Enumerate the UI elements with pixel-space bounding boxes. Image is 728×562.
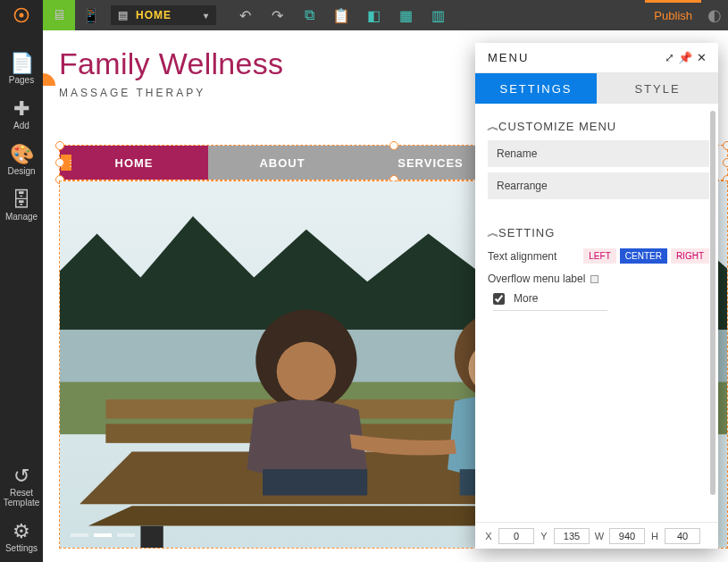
selection-handle[interactable] (723, 141, 728, 150)
rail-reset-template[interactable]: ↺ Reset Template (0, 461, 43, 516)
section-customize-menu[interactable]: ︽ CUSTOMIZE MENU (488, 120, 709, 133)
svg-rect-11 (263, 469, 367, 495)
rail-label: Pages (9, 75, 34, 85)
canvas: Family Wellness MASSAGE THERAPY ⋮⋮ HOME … (43, 30, 728, 562)
selection-handle[interactable] (723, 158, 728, 167)
left-rail: 📄 Pages ✚ Add 🎨 Design 🗄 Manage ↺ Reset … (0, 0, 43, 562)
slide-dot[interactable] (94, 533, 112, 537)
nav-item-home[interactable]: HOME (60, 146, 208, 180)
edit-label-icon[interactable] (590, 275, 598, 283)
preview-button[interactable]: ◐ (701, 5, 728, 25)
rail-label: Add (13, 121, 29, 130)
undo-icon: ↶ (239, 7, 251, 24)
rail-design[interactable]: 🎨 Design (0, 139, 43, 185)
rail-manage[interactable]: 🗄 Manage (0, 185, 43, 231)
selection-handle[interactable] (389, 141, 398, 150)
rearrange-button[interactable]: Rearrange (488, 172, 709, 199)
panel-body: ︽ CUSTOMIZE MENU Rename Rearrange ︽ SETT… (475, 104, 718, 522)
panel-tabs: SETTINGS STYLE (475, 73, 718, 104)
panel-header[interactable]: MENU ⤢ 📌 ✕ (475, 43, 718, 73)
coord-h-label: H (649, 531, 661, 541)
guide-marker (43, 73, 55, 86)
rail-label: Manage (5, 212, 38, 222)
svg-rect-7 (140, 526, 163, 548)
slideshow-dots (71, 533, 135, 537)
grid-button[interactable]: ▦ (389, 0, 422, 30)
text-alignment-row: Text alignment LEFT CENTER RIGHT (488, 248, 709, 264)
panel-coordinates: X 0 Y 135 W 940 H 40 (475, 522, 718, 549)
device-desktop-button[interactable]: 🖥 (43, 0, 75, 30)
rail-add[interactable]: ✚ Add (0, 94, 43, 139)
layout-button[interactable]: ◧ (357, 0, 389, 30)
coord-x-field[interactable]: 0 (498, 528, 534, 544)
slide-dot[interactable] (71, 533, 88, 537)
coord-w-field[interactable]: 940 (609, 528, 645, 544)
alignment-segmented: LEFT CENTER RIGHT (583, 248, 709, 264)
coord-y-label: Y (538, 531, 550, 541)
selection-handle[interactable] (55, 141, 64, 150)
rail-label: Reset Template (0, 488, 43, 507)
coord-h-field[interactable]: 40 (665, 528, 700, 544)
nav-item-about[interactable]: ABOUT (208, 146, 356, 180)
copy-icon: ⧉ (305, 7, 314, 23)
tab-style[interactable]: STYLE (597, 73, 718, 104)
copy-button[interactable]: ⧉ (293, 0, 325, 30)
publish-button[interactable]: Publish (645, 0, 701, 30)
collapse-icon[interactable]: ⤢ (661, 51, 677, 64)
document-icon: ▤ (118, 9, 129, 21)
selection-handle[interactable] (55, 158, 64, 167)
paste-button[interactable]: 📋 (325, 0, 357, 30)
snap-button[interactable]: ▥ (422, 0, 454, 30)
page-selector-label: HOME (136, 9, 172, 21)
tab-settings[interactable]: SETTINGS (475, 73, 597, 104)
redo-icon: ↷ (272, 7, 283, 24)
top-toolbar: 🖥 📱 ▤ HOME ▾ ↶ ↷ ⧉ 📋 ◧ ▦ ▥ Publish ◐ (43, 0, 728, 30)
menu-settings-panel: MENU ⤢ 📌 ✕ SETTINGS STYLE ︽ CUSTOMIZE ME… (475, 43, 718, 549)
svg-point-10 (277, 342, 336, 401)
overflow-label-row: Overflow menu label (488, 273, 709, 285)
section-label: CUSTOMIZE MENU (498, 120, 616, 133)
more-checkbox-input[interactable] (493, 293, 505, 305)
field-label: Overflow menu label (488, 273, 585, 285)
add-icon: ✚ (13, 99, 29, 119)
grid-icon: ▦ (399, 7, 413, 24)
more-label: More (514, 292, 538, 305)
align-center-button[interactable]: CENTER (620, 248, 667, 264)
undo-button[interactable]: ↶ (229, 0, 261, 30)
coord-y-field[interactable]: 135 (554, 528, 590, 544)
pages-icon: 📄 (10, 54, 34, 73)
chevron-up-icon: ︽ (487, 121, 494, 133)
rename-button[interactable]: Rename (488, 140, 709, 167)
reset-icon: ↺ (13, 466, 29, 486)
panel-title: MENU (488, 51, 529, 64)
align-right-button[interactable]: RIGHT (671, 248, 709, 264)
rail-label: Settings (5, 543, 38, 553)
app-logo (0, 0, 43, 30)
redo-button[interactable]: ↷ (261, 0, 293, 30)
field-label: Text alignment (488, 250, 556, 263)
palette-icon: 🎨 (10, 145, 34, 164)
chevron-down-icon: ▾ (204, 11, 209, 21)
paste-icon: 📋 (332, 7, 350, 24)
publish-label: Publish (654, 9, 692, 22)
page-selector[interactable]: ▤ HOME ▾ (111, 5, 216, 25)
overflow-more-checkbox[interactable]: More (493, 292, 607, 311)
manage-icon: 🗄 (12, 190, 31, 210)
mobile-icon: 📱 (82, 7, 100, 24)
gear-icon: ⚙ (13, 522, 30, 541)
panel-scrollbar[interactable] (710, 111, 715, 495)
rail-label: Design (7, 166, 35, 176)
section-label: SETTING (498, 226, 555, 239)
slide-dot[interactable] (117, 533, 135, 537)
pin-icon[interactable]: 📌 (677, 51, 693, 64)
desktop-icon: 🖥 (52, 7, 66, 23)
rail-pages[interactable]: 📄 Pages (0, 48, 43, 94)
device-mobile-button[interactable]: 📱 (75, 0, 107, 30)
section-setting[interactable]: ︽ SETTING (488, 226, 709, 239)
svg-point-1 (20, 13, 24, 18)
align-left-button[interactable]: LEFT (583, 248, 615, 264)
coord-w-label: W (593, 531, 606, 541)
snap-icon: ▥ (431, 7, 445, 24)
close-icon[interactable]: ✕ (693, 51, 709, 64)
rail-settings[interactable]: ⚙ Settings (0, 516, 43, 562)
